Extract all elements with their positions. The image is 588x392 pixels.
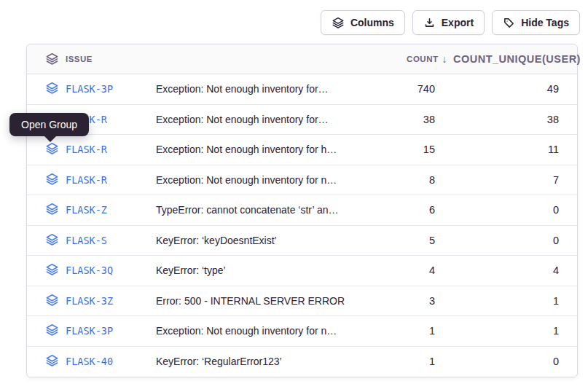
count-unique-value: 0 bbox=[453, 356, 577, 367]
issue-icon-cell bbox=[27, 323, 66, 339]
issue-icon-cell bbox=[27, 262, 66, 278]
count-value: 38 bbox=[348, 114, 453, 125]
issue-message: Exception: Not enough inventory for n… bbox=[156, 325, 348, 337]
issue-link[interactable]: FLASK-3Z bbox=[66, 295, 156, 307]
export-button-label: Export bbox=[442, 17, 474, 28]
issue-message: Exception: Not enough inventory for… bbox=[156, 83, 348, 95]
issue-link[interactable]: FLASK-R bbox=[66, 174, 156, 186]
layers-icon bbox=[45, 81, 59, 97]
layers-icon bbox=[45, 202, 59, 218]
table-row: FLASK-R Exception: Not enough inventory … bbox=[27, 105, 577, 136]
issues-table-page: Columns Export Hide Tags bbox=[0, 0, 588, 392]
issue-icon-cell bbox=[27, 353, 66, 369]
count-unique-value: 7 bbox=[453, 174, 577, 186]
layers-icon bbox=[45, 232, 59, 248]
issue-message: Error: 500 - INTERNAL SERVER ERROR bbox=[156, 295, 348, 307]
issue-link[interactable]: FLASK-R bbox=[66, 144, 156, 155]
count-unique-value: 49 bbox=[453, 83, 577, 95]
header-issue-icon-cell bbox=[27, 52, 66, 67]
issue-message: KeyError: ‘type’ bbox=[156, 264, 348, 276]
count-value: 8 bbox=[348, 174, 453, 186]
layers-icon bbox=[332, 16, 345, 29]
count-value: 740 bbox=[348, 83, 453, 95]
table-header-row: ISSUE COUNT ↓ COUNT_UNIQUE(USER) bbox=[27, 44, 577, 74]
issue-message: Exception: Not enough inventory for… bbox=[156, 114, 348, 125]
count-unique-value: 0 bbox=[453, 204, 577, 216]
count-value: 6 bbox=[348, 204, 453, 216]
count-value: 3 bbox=[348, 295, 453, 307]
count-value: 1 bbox=[348, 356, 453, 367]
columns-button[interactable]: Columns bbox=[321, 10, 405, 35]
issue-link[interactable]: FLASK-40 bbox=[66, 356, 156, 367]
issue-icon-cell bbox=[27, 81, 66, 97]
issue-icon-cell bbox=[27, 202, 66, 218]
issue-icon-cell bbox=[27, 172, 66, 188]
layers-icon bbox=[45, 52, 59, 67]
issue-message: Exception: Not enough inventory for n… bbox=[156, 174, 348, 186]
issue-icon-cell bbox=[27, 141, 66, 157]
issue-link[interactable]: FLASK-3P bbox=[66, 325, 156, 337]
open-group-tooltip: Open Group bbox=[9, 113, 89, 136]
layers-icon bbox=[45, 262, 59, 278]
hide-tags-button-label: Hide Tags bbox=[521, 17, 569, 28]
table-body: FLASK-3P Exception: Not enough inventory… bbox=[27, 74, 577, 377]
layers-icon bbox=[45, 141, 59, 157]
table-row: FLASK-R Exception: Not enough inventory … bbox=[27, 135, 577, 165]
header-count-unique[interactable]: COUNT_UNIQUE(USER) bbox=[453, 53, 577, 65]
issue-message: Exception: Not enough inventory for h… bbox=[156, 144, 348, 155]
layers-icon bbox=[45, 172, 59, 188]
count-unique-value: 11 bbox=[453, 144, 577, 155]
columns-button-label: Columns bbox=[350, 17, 394, 28]
issue-message: KeyError: ‘keyDoesntExist’ bbox=[156, 235, 348, 246]
table-row: FLASK-S KeyError: ‘keyDoesntExist’ 5 0 bbox=[27, 226, 577, 256]
table-row: FLASK-3Q KeyError: ‘type’ 4 4 bbox=[27, 256, 577, 286]
issue-link[interactable]: FLASK-Z bbox=[66, 204, 156, 216]
count-value: 5 bbox=[348, 235, 453, 246]
count-unique-value: 1 bbox=[453, 325, 577, 337]
count-unique-value: 0 bbox=[453, 235, 577, 246]
table-row: FLASK-3Z Error: 500 - INTERNAL SERVER ER… bbox=[27, 286, 577, 317]
count-value: 4 bbox=[348, 264, 453, 276]
issue-icon-cell bbox=[27, 293, 66, 309]
count-unique-value: 38 bbox=[453, 114, 577, 125]
count-unique-value: 4 bbox=[453, 264, 577, 276]
toolbar: Columns Export Hide Tags bbox=[321, 10, 580, 35]
issue-link[interactable]: FLASK-3P bbox=[66, 83, 156, 95]
table-row: FLASK-Z TypeError: cannot concatenate ‘s… bbox=[27, 195, 577, 226]
table-row: FLASK-3P Exception: Not enough inventory… bbox=[27, 316, 577, 347]
header-count[interactable]: COUNT ↓ bbox=[348, 53, 453, 65]
count-value: 1 bbox=[348, 325, 453, 337]
tag-icon bbox=[503, 17, 515, 29]
results-table: ISSUE COUNT ↓ COUNT_UNIQUE(USER) FLASK-3… bbox=[26, 44, 578, 377]
issue-message: TypeError: cannot concatenate ‘str’ an… bbox=[156, 204, 348, 216]
header-count-label: COUNT bbox=[407, 55, 438, 63]
tooltip-label: Open Group bbox=[21, 119, 77, 130]
issue-message: KeyError: ‘RegularError123’ bbox=[156, 356, 348, 367]
issue-icon-cell bbox=[27, 232, 66, 248]
layers-icon bbox=[45, 353, 59, 369]
sort-descending-icon[interactable]: ↓ bbox=[442, 53, 448, 65]
export-button[interactable]: Export bbox=[412, 10, 485, 35]
tooltip-arrow bbox=[44, 136, 56, 142]
layers-icon bbox=[45, 293, 59, 309]
download-icon bbox=[423, 17, 436, 29]
table-row: FLASK-40 KeyError: ‘RegularError123’ 1 0 bbox=[27, 347, 577, 377]
table-row: FLASK-3P Exception: Not enough inventory… bbox=[27, 74, 577, 105]
count-unique-value: 1 bbox=[453, 295, 577, 307]
hide-tags-button[interactable]: Hide Tags bbox=[492, 10, 580, 35]
header-issue[interactable]: ISSUE bbox=[66, 55, 156, 63]
issue-link[interactable]: FLASK-S bbox=[66, 235, 156, 246]
count-value: 15 bbox=[348, 144, 453, 155]
table-row: FLASK-R Exception: Not enough inventory … bbox=[27, 165, 577, 196]
issue-link[interactable]: FLASK-3Q bbox=[66, 264, 156, 276]
layers-icon bbox=[45, 323, 59, 339]
